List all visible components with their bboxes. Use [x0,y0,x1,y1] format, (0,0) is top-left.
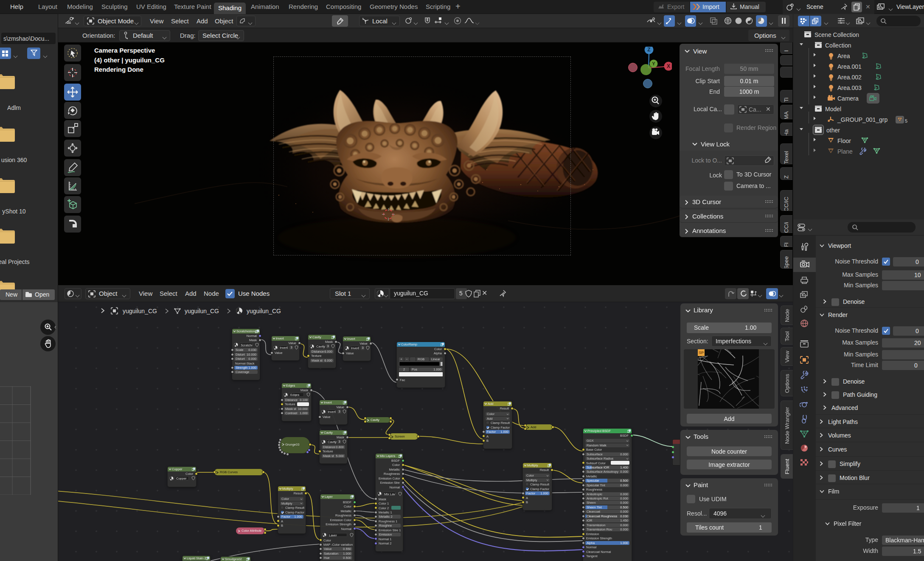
svg-text:Z: Z [647,47,650,53]
svg-text:Y: Y [652,61,655,66]
